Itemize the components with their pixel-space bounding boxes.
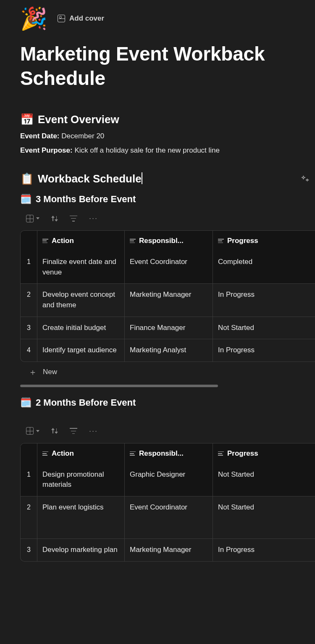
event-date-value-text: December 20 bbox=[61, 132, 104, 140]
table-row[interactable]: 1Finalize event date and venueEvent Coor… bbox=[21, 251, 315, 283]
filter-button[interactable] bbox=[70, 216, 77, 222]
new-row-label: New bbox=[43, 368, 57, 376]
sort-icon bbox=[51, 427, 58, 435]
filter-icon bbox=[70, 216, 77, 222]
col-action-label: Action bbox=[52, 449, 74, 458]
section-2months-text: 2 Months Before Event bbox=[36, 397, 136, 408]
page-emoji-icon[interactable]: 🎉 bbox=[20, 8, 47, 29]
cell-action[interactable]: Create initial budget bbox=[37, 317, 125, 339]
col-progress-label: Progress bbox=[227, 237, 258, 245]
overview-heading-text: Event Overview bbox=[38, 113, 119, 126]
table1-toolbar: ··· bbox=[26, 214, 295, 223]
plus-icon: ＋ bbox=[29, 368, 37, 376]
cell-action[interactable]: Identify target audience bbox=[37, 339, 125, 362]
col-action-label: Action bbox=[52, 237, 74, 245]
filter-icon bbox=[70, 428, 77, 434]
more-button[interactable]: ··· bbox=[89, 214, 98, 223]
row-number: 3 bbox=[21, 317, 37, 339]
table-row[interactable]: 1Design promotional materialsGraphic Des… bbox=[21, 464, 315, 496]
table1-hscroll[interactable] bbox=[20, 385, 295, 387]
col-progress-label: Progress bbox=[227, 449, 258, 458]
cell-action[interactable]: Design promotional materials bbox=[37, 464, 125, 496]
row-number: 4 bbox=[21, 339, 37, 362]
section-2months-heading[interactable]: 🗓️ 2 Months Before Event bbox=[20, 397, 295, 408]
cell-progress[interactable]: Not Started bbox=[213, 317, 315, 339]
workback-heading-text: Workback Schedule bbox=[38, 172, 142, 185]
grid-icon bbox=[26, 427, 34, 435]
event-date-row[interactable]: Event Date: December 20 bbox=[20, 132, 295, 140]
section-3months-text: 3 Months Before Event bbox=[36, 194, 136, 205]
page-title[interactable]: Marketing Event Workback Schedule bbox=[20, 42, 295, 90]
add-cover-label: Add cover bbox=[69, 14, 104, 23]
cell-responsible[interactable]: Finance Manager bbox=[125, 317, 213, 339]
col-responsible-header[interactable]: Responsibl... bbox=[125, 443, 213, 464]
row-number: 1 bbox=[21, 251, 37, 283]
chevron-down-icon bbox=[36, 430, 39, 432]
cell-action[interactable]: Develop marketing plan bbox=[37, 539, 125, 561]
event-purpose-value: Kick off a holiday sale for the new prod… bbox=[74, 146, 220, 154]
section-3months-heading[interactable]: 🗓️ 3 Months Before Event bbox=[20, 194, 295, 205]
table-header-row: Action Responsibl... Progress bbox=[21, 443, 315, 464]
cell-responsible[interactable]: Event Coordinator bbox=[125, 496, 213, 538]
text-column-icon bbox=[130, 451, 136, 456]
col-action-header[interactable]: Action bbox=[37, 443, 125, 464]
copilot-icon[interactable] bbox=[301, 173, 310, 182]
cell-responsible[interactable]: Graphic Designer bbox=[125, 464, 213, 496]
more-button[interactable]: ··· bbox=[89, 427, 98, 435]
new-row-button[interactable]: ＋ New bbox=[20, 362, 295, 382]
cell-action[interactable]: Develop event concept and theme bbox=[37, 284, 125, 316]
table-row[interactable]: 3Create initial budgetFinance ManagerNot… bbox=[21, 317, 315, 339]
text-column-icon bbox=[218, 239, 224, 243]
text-column-icon bbox=[42, 451, 48, 456]
cell-progress[interactable]: Not Started bbox=[213, 464, 315, 496]
chevron-down-icon bbox=[36, 217, 39, 219]
row-number: 2 bbox=[21, 284, 37, 316]
text-column-icon bbox=[130, 239, 136, 243]
table-header-row: Action Responsibl... Progress bbox=[21, 231, 315, 251]
add-cover-button[interactable]: Add cover bbox=[58, 14, 104, 23]
table-row[interactable]: 4Identify target audienceMarketing Analy… bbox=[21, 339, 315, 362]
view-button[interactable] bbox=[26, 427, 39, 435]
scrollbar-thumb[interactable] bbox=[20, 385, 218, 387]
cell-action[interactable]: Finalize event date and venue bbox=[37, 251, 125, 283]
overview-heading[interactable]: 📅 Event Overview bbox=[20, 113, 295, 126]
col-responsible-header[interactable]: Responsibl... bbox=[125, 231, 213, 251]
cell-responsible[interactable]: Marketing Manager bbox=[125, 539, 213, 561]
cell-progress[interactable]: In Progress bbox=[213, 339, 315, 362]
cell-progress[interactable]: In Progress bbox=[213, 284, 315, 316]
cell-action[interactable]: Plan event logistics bbox=[37, 496, 125, 538]
table-row[interactable]: 2Plan event logisticsEvent CoordinatorNo… bbox=[21, 496, 315, 538]
text-column-icon bbox=[42, 239, 48, 243]
clipboard-icon: 📋 bbox=[20, 172, 34, 185]
sort-button[interactable] bbox=[51, 427, 58, 435]
cell-responsible[interactable]: Event Coordinator bbox=[125, 251, 213, 283]
event-purpose-row[interactable]: Event Purpose: Kick off a holiday sale f… bbox=[20, 146, 295, 155]
col-responsible-label: Responsibl... bbox=[139, 237, 184, 245]
col-num-header bbox=[21, 443, 37, 464]
row-number: 2 bbox=[21, 496, 37, 538]
col-progress-header[interactable]: Progress bbox=[213, 231, 315, 251]
row-number: 3 bbox=[21, 539, 37, 561]
col-action-header[interactable]: Action bbox=[37, 231, 125, 251]
col-progress-header[interactable]: Progress bbox=[213, 443, 315, 464]
table-row[interactable]: 3Develop marketing planMarketing Manager… bbox=[21, 538, 315, 561]
workback-heading[interactable]: 📋 Workback Schedule bbox=[20, 172, 295, 185]
cell-progress[interactable]: Not Started bbox=[213, 496, 315, 538]
cell-progress[interactable]: In Progress bbox=[213, 539, 315, 561]
cell-responsible[interactable]: Marketing Analyst bbox=[125, 339, 213, 362]
filter-button[interactable] bbox=[70, 428, 77, 434]
col-responsible-label: Responsibl... bbox=[139, 449, 184, 458]
cell-progress[interactable]: Completed bbox=[213, 251, 315, 283]
sort-button[interactable] bbox=[51, 215, 58, 222]
cell-responsible[interactable]: Marketing Manager bbox=[125, 284, 213, 316]
view-button[interactable] bbox=[26, 215, 39, 222]
spiral-calendar-icon: 🗓️ bbox=[20, 194, 32, 205]
table-row[interactable]: 2Develop event concept and themeMarketin… bbox=[21, 283, 315, 316]
table2-toolbar: ··· bbox=[26, 427, 295, 435]
calendar-icon: 📅 bbox=[20, 113, 34, 126]
sort-icon bbox=[51, 215, 58, 222]
row-number: 1 bbox=[21, 464, 37, 496]
spiral-calendar-icon: 🗓️ bbox=[20, 397, 32, 408]
table-2months: Action Responsibl... Progress 1Design pr… bbox=[20, 443, 315, 562]
image-icon bbox=[58, 15, 65, 22]
